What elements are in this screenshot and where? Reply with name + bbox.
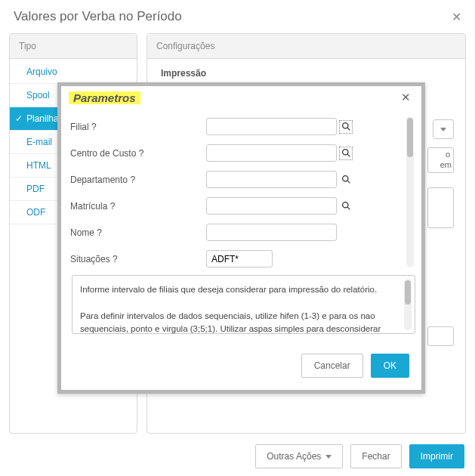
- label-filial: Filial ?: [70, 122, 206, 132]
- svg-line-3: [347, 154, 350, 156]
- modal-header: Parametros ✕: [61, 86, 421, 109]
- svg-point-0: [342, 123, 347, 128]
- row-situacoes: Situações ?: [70, 250, 402, 267]
- row-centro: Centro de Custo ?: [70, 144, 402, 162]
- help-box: Informe intervalo de filiais que deseja …: [72, 275, 415, 334]
- svg-point-4: [342, 176, 347, 181]
- page-header: Valores por Verba no Período ✕: [0, 0, 475, 33]
- section-impressao-label: Impressão: [161, 68, 452, 79]
- scrollbar-thumb[interactable]: [405, 280, 411, 304]
- help-line-1: Informe intervalo de filiais que deseja …: [80, 283, 398, 296]
- help-scrollbar[interactable]: [404, 279, 412, 330]
- input-nome[interactable]: [206, 224, 337, 241]
- modal-title: Parametros: [69, 91, 140, 104]
- lookup-filial-icon[interactable]: [339, 120, 353, 134]
- svg-line-7: [347, 207, 350, 209]
- bg-box-1: o em: [427, 147, 454, 173]
- lookup-matricula-icon[interactable]: [339, 199, 353, 213]
- ok-button[interactable]: OK: [371, 354, 409, 378]
- chevron-down-icon: [440, 128, 446, 131]
- label-situacoes: Situações ?: [70, 254, 206, 264]
- row-filial: Filial ?: [70, 118, 402, 135]
- label-departamento: Departamento ?: [70, 175, 206, 185]
- help-line-2: Para definir intervalos de dados sequenc…: [80, 310, 398, 335]
- sidebar-title: Tipo: [10, 34, 137, 59]
- row-departamento: Departamento ?: [70, 171, 402, 188]
- input-centro[interactable]: [206, 144, 337, 162]
- modal-body: Filial ? Centro de Custo ?: [61, 109, 421, 390]
- close-icon[interactable]: ✕: [452, 10, 461, 24]
- bg-box-2: [427, 187, 454, 228]
- input-departamento[interactable]: [206, 171, 337, 188]
- modal-close-icon[interactable]: ✕: [398, 91, 414, 104]
- footer: Outras Ações Fechar Imprimir: [0, 437, 475, 476]
- close-button[interactable]: Fechar: [350, 444, 401, 468]
- bg-dropdown[interactable]: [433, 119, 454, 139]
- lookup-centro-icon[interactable]: [339, 147, 353, 160]
- scrollbar-thumb[interactable]: [407, 118, 413, 157]
- chevron-down-icon: [325, 455, 332, 459]
- input-situacoes[interactable]: [206, 250, 273, 267]
- content-title: Configurações: [147, 34, 465, 59]
- row-nome: Nome ?: [70, 224, 402, 241]
- row-matricula: Matrícula ?: [70, 197, 402, 215]
- svg-point-6: [342, 202, 347, 208]
- input-filial[interactable]: [206, 118, 337, 135]
- label-nome: Nome ?: [70, 227, 206, 238]
- form-scrollbar[interactable]: [406, 116, 414, 267]
- page-title: Valores por Verba no Período: [14, 9, 182, 24]
- lookup-departamento-icon[interactable]: [339, 173, 353, 187]
- svg-point-2: [342, 150, 347, 155]
- form-area: Filial ? Centro de Custo ?: [70, 112, 418, 270]
- label-centro: Centro de Custo ?: [70, 148, 206, 159]
- svg-line-1: [347, 128, 350, 130]
- bg-box-3: [427, 326, 454, 346]
- parametros-modal: Parametros ✕ Filial ? Centro de Custo ?: [57, 82, 425, 394]
- cancel-button[interactable]: Cancelar: [301, 354, 363, 378]
- sidebar-item-arquivo[interactable]: Arquivo: [10, 60, 137, 84]
- label-matricula: Matrícula ?: [70, 201, 206, 212]
- modal-footer: Cancelar OK: [70, 334, 418, 387]
- print-button[interactable]: Imprimir: [409, 444, 464, 468]
- other-actions-button[interactable]: Outras Ações: [255, 444, 343, 468]
- svg-line-5: [347, 181, 350, 183]
- input-matricula[interactable]: [206, 197, 337, 215]
